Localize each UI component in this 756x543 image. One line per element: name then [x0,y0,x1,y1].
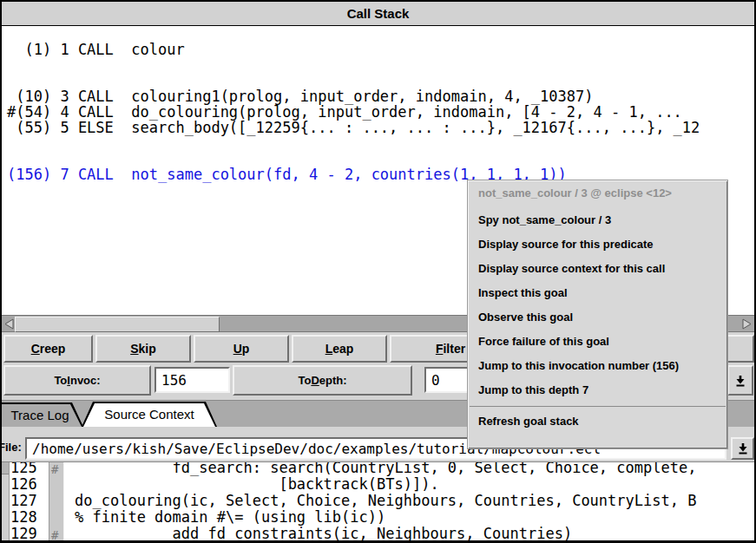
invoc-input[interactable] [154,367,230,393]
source-code-line: [backtrack(BTs)]). [75,476,439,493]
line-number: 125 [10,461,37,476]
source-code-line: do_colouring(ic, Select, Choice, Neighbo… [75,493,696,509]
scrollbar-thumb[interactable] [15,317,220,332]
tab-source-context-label: Source Context [82,402,217,427]
dropdown-arrow-icon [736,442,750,455]
menu-separator [470,406,726,407]
to-invoc-button[interactable]: To Invoc: [3,365,151,396]
line-number: 127 [10,493,37,509]
source-code-line: % finite domain #\= (using lib(ic)) [75,509,385,526]
menu-item-spy[interactable]: Spy not_same_colour / 3 [468,207,727,232]
creep-button[interactable]: Creep [3,335,93,363]
up-button[interactable]: Up [194,335,289,363]
window-title: Call Stack [2,2,754,26]
menu-item-jump-invocation[interactable]: Jump to this invocation number (156) [468,353,727,377]
file-history-button[interactable] [731,437,754,460]
menu-item-inspect-goal[interactable]: Inspect this goal [468,280,727,304]
source-code-view: 125 126 127 128 129 # # fd_search: searc… [2,461,754,540]
scroll-right-icon[interactable] [740,317,753,330]
dropdown-arrow-icon [733,374,747,388]
line-number: 128 [10,509,37,526]
tab-trace-log[interactable]: Trace Log [0,402,83,427]
skip-button[interactable]: Skip [95,335,191,363]
to-depth-button[interactable]: To Depth: [233,365,412,396]
menu-item-observe-goal[interactable]: Observe this goal [468,304,727,329]
call-stack-line[interactable]: #(54) 4 CALL do_colouring(prolog, input_… [7,104,682,120]
tab-trace-log-label: Trace Log [0,402,83,427]
menu-item-display-source-context[interactable]: Display source context for this call [468,256,727,280]
goal-context-menu: not_same_colour / 3 @ eclipse <12> Spy n… [467,180,728,449]
source-code-line: fd_search: search(CountryList, 0, Select… [75,461,696,476]
line-number: 126 [10,476,37,493]
menu-item-display-source-predicate[interactable]: Display source for this predicate [468,232,727,256]
call-stack-line[interactable]: (10) 3 CALL colouring1(prolog, input_ord… [7,88,594,104]
file-label: File: [0,441,22,454]
menu-item-force-failure[interactable]: Force failure of this goal [468,329,727,353]
breakpoint-marker[interactable]: # [51,527,58,540]
tab-source-context[interactable]: Source Context [82,402,217,427]
breakpoint-marker[interactable]: # [51,461,58,478]
scroll-left-icon[interactable] [3,317,16,330]
call-stack-line[interactable]: (55) 5 ELSE search_body([_12259{... : ..… [7,120,700,135]
source-vscrollbar[interactable] [2,462,10,540]
call-stack-line[interactable]: (1) 1 CALL colour [7,42,185,57]
line-number: 129 [10,526,37,540]
menu-item-refresh-goal-stack[interactable]: Refresh goal stack [468,409,727,433]
menu-item-jump-depth[interactable]: Jump to this depth 7 [468,377,727,402]
context-menu-header: not_same_colour / 3 @ eclipse <12> [468,180,727,207]
tracer-window: Call Stack (1) 1 CALL colour (10) 3 CALL… [0,0,756,543]
invoc-history-button[interactable] [727,365,753,396]
source-code-line: add_fd_constraints(ic, Neighbours, Count… [75,526,572,540]
leap-button[interactable]: Leap [292,335,387,363]
